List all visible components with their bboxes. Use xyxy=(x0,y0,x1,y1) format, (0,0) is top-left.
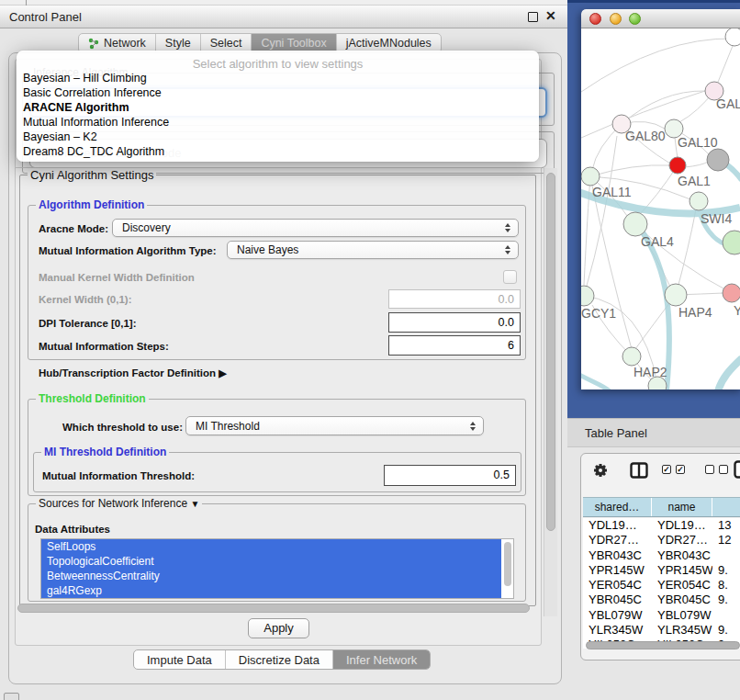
tab-network[interactable]: Network xyxy=(79,34,156,52)
table-cell: YBL079W xyxy=(652,608,712,623)
table-row[interactable]: YPR145WYPR145W9. xyxy=(583,563,740,578)
table-cell: YER054C xyxy=(583,578,652,593)
tab-discretize-data[interactable]: Discretize Data xyxy=(226,650,333,669)
spinner-arrows-icon xyxy=(501,223,514,232)
dropdown-item[interactable]: Bayesian – Hill Climbing xyxy=(17,71,539,85)
network-node-gal11[interactable] xyxy=(581,167,600,186)
network-node-gal1[interactable] xyxy=(669,157,686,174)
tab-style[interactable]: Style xyxy=(156,34,201,52)
table-row[interactable]: YBL079WYBL079W xyxy=(583,608,740,623)
attribute-item[interactable]: TopologicalCoefficient xyxy=(41,554,501,569)
network-node[interactable] xyxy=(723,231,740,254)
mi-type-combobox[interactable]: Naive Bayes xyxy=(227,241,519,259)
table-row[interactable]: YDL19…YDL19…13 xyxy=(583,518,740,533)
attribute-item[interactable]: gal4RGexp xyxy=(41,583,501,598)
tab-infer-network[interactable]: Infer Network xyxy=(333,650,430,669)
table-row[interactable]: YDR27…YDR27…12 xyxy=(583,533,740,548)
close-icon[interactable]: ✕ xyxy=(545,8,556,23)
table-header-row: shared…name xyxy=(583,497,740,517)
expand-right-icon: ▶ xyxy=(219,367,226,378)
mi-threshold-field[interactable]: 0.5 xyxy=(384,465,516,486)
algorithm-definition-title: Algorithm Definition xyxy=(36,198,147,211)
tab-cyni-toolbox[interactable]: Cyni Toolbox xyxy=(252,34,336,52)
network-node-gcy1[interactable] xyxy=(581,286,594,306)
network-window-titlebar[interactable] xyxy=(581,9,740,28)
network-icon xyxy=(88,38,99,50)
table-cell: YPR145W xyxy=(652,563,712,578)
checked-checkbox-icon[interactable]: ✓ xyxy=(676,465,685,474)
aracne-mode-label: Aracne Mode: xyxy=(39,223,108,234)
document-icon[interactable] xyxy=(734,460,740,479)
float-window-icon[interactable] xyxy=(528,12,538,22)
unchecked-checkbox-icon[interactable] xyxy=(705,465,714,474)
column-header[interactable]: name xyxy=(652,498,712,516)
table-row[interactable]: YBR045CYBR045C9. xyxy=(583,593,740,607)
table-cell: YER054C xyxy=(652,578,712,593)
table-row[interactable]: YLR345WYLR345W9. xyxy=(583,623,740,638)
dropdown-item[interactable]: Mutual Information Inference xyxy=(17,115,539,130)
network-node[interactable] xyxy=(725,28,740,46)
data-attributes-list[interactable]: SelfLoopsTopologicalCoefficientBetweenne… xyxy=(40,538,514,599)
table-row[interactable]: YBR043CYBR043C xyxy=(583,548,740,563)
dropdown-item[interactable]: Dream8 DC_TDC Algorithm xyxy=(17,144,539,159)
kernel-width-field[interactable]: 0.0 xyxy=(388,289,521,309)
column-header[interactable] xyxy=(712,498,740,516)
tab-jactivemnodules[interactable]: jActiveMNodules xyxy=(337,34,441,52)
node-label: GAL1 xyxy=(678,174,711,188)
docked-panel-icon[interactable] xyxy=(4,693,19,700)
node-label: GAL xyxy=(716,96,740,111)
network-node-hap4[interactable] xyxy=(665,284,687,306)
network-node-swi4[interactable] xyxy=(690,192,708,210)
which-threshold-combobox[interactable]: MI Threshold xyxy=(185,416,484,435)
table-cell xyxy=(712,548,740,563)
aracne-mode-combobox[interactable]: Discovery xyxy=(112,219,519,237)
settings-hscrollbar-thumb[interactable] xyxy=(17,604,530,613)
dropdown-item[interactable]: Basic Correlation Inference xyxy=(17,85,539,100)
table-cell: YBR045C xyxy=(652,593,712,607)
dropdown-items: Bayesian – Hill ClimbingBasic Correlatio… xyxy=(17,71,539,159)
unchecked-checkbox-icon[interactable] xyxy=(719,465,728,474)
gear-icon[interactable] xyxy=(592,462,609,479)
manual-kernel-checkbox[interactable] xyxy=(503,270,517,284)
hub-definition-toggle[interactable]: Hub/Transcription Factor Definition ▶ xyxy=(39,367,227,379)
tab-label: Network xyxy=(104,37,146,50)
columns-icon[interactable] xyxy=(630,462,648,479)
table-panel-title: Table Panel xyxy=(585,426,647,440)
threshold-definition-title: Threshold Definition xyxy=(36,392,149,405)
zoom-traffic-light[interactable] xyxy=(629,13,641,25)
network-graph: GALGAL80GAL10GAL1GAL11SWI4GAL4GCY1HAP4YH… xyxy=(581,28,740,390)
apply-button[interactable]: Apply xyxy=(248,618,309,638)
close-traffic-light[interactable] xyxy=(589,13,601,25)
settings-vscrollbar-thumb[interactable] xyxy=(546,173,555,531)
control-panel-title: Control Panel xyxy=(9,10,82,24)
table-cell: YBR043C xyxy=(583,548,652,563)
minimize-traffic-light[interactable] xyxy=(610,13,622,25)
sources-title[interactable]: Sources for Network Inference ▼ xyxy=(36,497,202,510)
table-row[interactable]: YER054CYER054C8. xyxy=(583,578,740,593)
attribute-item[interactable]: BetweennessCentrality xyxy=(41,569,501,583)
cyni-algorithm-settings-title: Cyni Algorithm Settings xyxy=(28,168,156,182)
network-node-y[interactable] xyxy=(723,284,740,302)
attribute-item[interactable]: SelfLoops xyxy=(41,539,501,554)
algorithm-dropdown-popup: Select algorithm to view settings Bayesi… xyxy=(17,51,539,162)
mi-steps-field[interactable]: 6 xyxy=(388,335,521,356)
network-node[interactable] xyxy=(707,149,729,171)
node-label: HAP4 xyxy=(678,305,712,320)
table-cell: 9. xyxy=(712,623,740,638)
checked-checkbox-icon[interactable]: ✓ xyxy=(662,465,671,474)
node-label: GAL4 xyxy=(641,234,674,249)
attributes-scrollbar[interactable] xyxy=(504,542,511,586)
node-label: GCY1 xyxy=(581,306,616,321)
dpi-tolerance-field[interactable]: 0.0 xyxy=(388,312,521,333)
dropdown-item[interactable]: Bayesian – K2 xyxy=(17,130,539,144)
tab-impute-data[interactable]: Impute Data xyxy=(134,650,226,669)
tab-select[interactable]: Select xyxy=(201,34,252,52)
dropdown-item[interactable]: ARACNE Algorithm xyxy=(17,100,539,115)
network-canvas[interactable]: GALGAL80GAL10GAL1GAL11SWI4GAL4GCY1HAP4YH… xyxy=(581,28,740,390)
table-cell xyxy=(712,608,740,623)
column-header[interactable]: shared… xyxy=(583,498,652,516)
table-hscrollbar-thumb[interactable] xyxy=(586,641,740,649)
network-node-gal4[interactable] xyxy=(623,212,647,236)
table-cell: 12 xyxy=(712,533,740,548)
network-node-hap2[interactable] xyxy=(622,347,641,366)
